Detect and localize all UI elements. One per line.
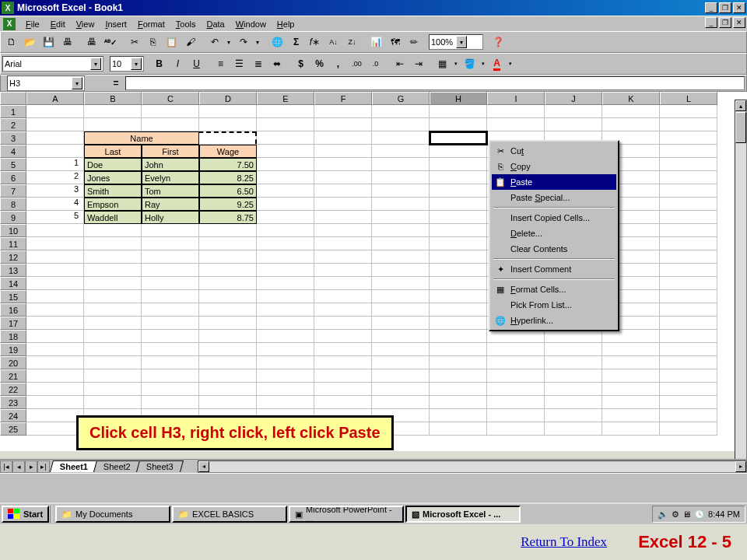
cell-C8[interactable] <box>142 198 199 211</box>
cell-A12[interactable] <box>26 250 84 264</box>
cell-G16[interactable] <box>372 303 430 317</box>
cell-F6[interactable] <box>314 171 372 184</box>
cell-D13[interactable] <box>199 264 257 277</box>
row-header-22[interactable]: 22 <box>0 383 26 396</box>
cell-F12[interactable] <box>314 250 372 264</box>
cell-D10[interactable] <box>199 224 257 237</box>
cell-C14[interactable] <box>142 277 199 290</box>
row-header-14[interactable]: 14 <box>0 277 26 290</box>
function-button[interactable]: f∗ <box>306 33 324 51</box>
start-button[interactable]: Start <box>2 506 49 523</box>
cell-G6[interactable] <box>372 171 430 184</box>
cell-K23[interactable] <box>602 396 660 409</box>
cell-D8[interactable] <box>199 198 257 211</box>
cell-G8[interactable] <box>372 198 430 211</box>
currency-button[interactable]: $ <box>292 55 310 72</box>
cell-E17[interactable] <box>257 317 314 330</box>
cell-E10[interactable] <box>257 224 314 237</box>
context-insert-comment[interactable]: ✦Insert Comment <box>492 261 616 277</box>
cell-J24[interactable] <box>545 409 602 422</box>
context-paste[interactable]: 📋Paste <box>492 174 616 190</box>
cell-F11[interactable] <box>314 237 372 250</box>
row-header-16[interactable]: 16 <box>0 303 26 317</box>
cell-D12[interactable] <box>199 250 257 264</box>
sheet-tab-sheet2[interactable]: Sheet2 <box>93 460 141 472</box>
column-header-I[interactable]: I <box>487 92 545 105</box>
cell-D1[interactable] <box>199 105 257 118</box>
row-header-13[interactable]: 13 <box>0 264 26 277</box>
context-copy[interactable]: ⎘Copy <box>492 159 616 174</box>
row-header-15[interactable]: 15 <box>0 290 26 303</box>
cell-H17[interactable] <box>430 317 487 330</box>
undo-button[interactable]: ↶ <box>205 33 223 51</box>
cell-B13[interactable] <box>84 264 142 277</box>
cell-E7[interactable] <box>257 184 314 198</box>
cell-K21[interactable] <box>602 369 660 383</box>
cell-L23[interactable] <box>660 396 717 409</box>
cell-D5[interactable] <box>199 158 257 171</box>
cell-C5[interactable] <box>142 158 199 171</box>
context-insert-copied-cells[interactable]: Insert Copied Cells... <box>492 210 616 226</box>
row-header-2[interactable]: 2 <box>0 118 26 131</box>
cell-J25[interactable] <box>545 422 602 436</box>
cell-E11[interactable] <box>257 237 314 250</box>
column-header-J[interactable]: J <box>545 92 602 105</box>
cell-C3[interactable] <box>142 131 199 145</box>
cell-E2[interactable] <box>257 118 314 131</box>
cell-H19[interactable] <box>430 343 487 356</box>
cell-D22[interactable] <box>199 383 257 396</box>
cell-C11[interactable] <box>142 237 199 250</box>
cell-J20[interactable] <box>545 356 602 369</box>
cell-A17[interactable] <box>26 317 84 330</box>
cell-E6[interactable] <box>257 171 314 184</box>
cell-E16[interactable] <box>257 303 314 317</box>
row-header-24[interactable]: 24 <box>0 409 26 422</box>
row-header-10[interactable]: 10 <box>0 224 26 237</box>
cell-I24[interactable] <box>487 409 545 422</box>
cell-H2[interactable] <box>430 118 487 131</box>
merge-center-button[interactable]: ⬌ <box>268 55 286 72</box>
drawing-button[interactable]: ✏ <box>405 33 423 51</box>
row-header-1[interactable]: 1 <box>0 105 26 118</box>
cell-D4[interactable] <box>199 145 257 158</box>
cell-L18[interactable] <box>660 330 717 343</box>
cell-F19[interactable] <box>314 343 372 356</box>
cell-H22[interactable] <box>430 383 487 396</box>
cell-A7[interactable] <box>26 184 84 198</box>
cell-F22[interactable] <box>314 383 372 396</box>
cell-C23[interactable] <box>142 396 199 409</box>
cell-H5[interactable] <box>430 158 487 171</box>
chevron-down-icon[interactable]: ▾ <box>90 58 101 70</box>
context-delete[interactable]: Delete... <box>492 226 616 241</box>
chevron-down-icon[interactable]: ▾ <box>72 77 82 89</box>
tray-icon[interactable]: 🖥 <box>682 509 691 519</box>
sheet-tab-sheet1[interactable]: Sheet1 <box>50 460 98 472</box>
menu-data[interactable]: Data <box>201 18 230 30</box>
cell-H21[interactable] <box>430 369 487 383</box>
row-header-11[interactable]: 11 <box>0 237 26 250</box>
cell-L25[interactable] <box>660 422 717 436</box>
cell-F3[interactable] <box>314 131 372 145</box>
cell-E14[interactable] <box>257 277 314 290</box>
context-hyperlink[interactable]: 🌐Hyperlink... <box>492 313 616 328</box>
cut-button[interactable]: ✂ <box>125 33 143 51</box>
cell-D15[interactable] <box>199 290 257 303</box>
cell-E9[interactable] <box>257 211 314 224</box>
align-center-button[interactable]: ☰ <box>230 55 248 72</box>
cell-L6[interactable] <box>660 171 717 184</box>
cell-A8[interactable] <box>26 198 84 211</box>
borders-drop[interactable]: ▾ <box>452 55 460 72</box>
cell-I25[interactable] <box>487 422 545 436</box>
redo-drop[interactable]: ▾ <box>253 33 262 51</box>
cell-B2[interactable] <box>84 118 142 131</box>
new-button[interactable]: 🗋 <box>2 33 20 51</box>
maximize-button[interactable]: ❐ <box>719 2 731 13</box>
cell-B18[interactable] <box>84 330 142 343</box>
cell-B20[interactable] <box>84 356 142 369</box>
help-button[interactable]: ❓ <box>489 33 507 51</box>
cell-E19[interactable] <box>257 343 314 356</box>
increase-indent-button[interactable]: ⇥ <box>409 55 427 72</box>
cell-B9[interactable] <box>84 211 142 224</box>
cell-G20[interactable] <box>372 356 430 369</box>
cell-B14[interactable] <box>84 277 142 290</box>
